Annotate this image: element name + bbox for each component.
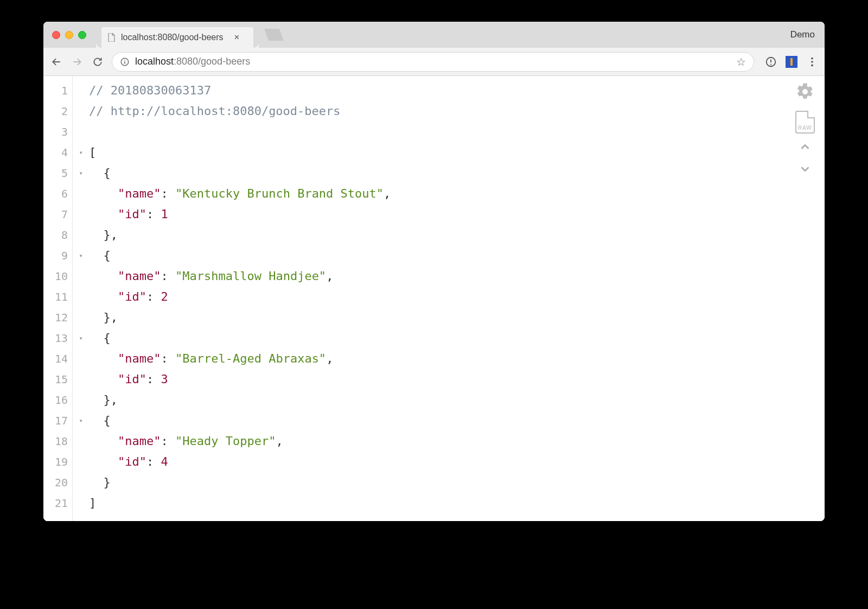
line-number: 9 [43,245,72,266]
fold-spacer [73,348,89,369]
line-number: 18 [43,431,72,452]
close-tab-icon[interactable]: × [234,32,240,43]
code-line: { [89,163,825,183]
fold-toggle-icon[interactable]: ▾ [73,245,89,266]
extension-icon[interactable] [786,56,797,68]
fold-spacer [73,204,89,225]
line-number: 3 [43,122,72,142]
code-line: }, [89,307,825,328]
code-line: "id": 2 [89,287,825,307]
chevron-down-icon[interactable] [799,163,811,177]
raw-label: RAW [798,125,812,131]
line-number: 15 [43,369,72,390]
url-text: localhost:8080/good-beers [135,56,250,67]
fold-spacer [73,390,89,410]
fold-spacer [73,493,89,513]
line-number: 5 [43,163,72,183]
forward-button[interactable] [71,55,84,68]
menu-icon[interactable] [806,56,818,68]
line-number: 20 [43,472,72,493]
code-line: "id": 4 [89,452,825,472]
code-line: "name": "Heady Topper", [89,431,825,452]
close-window-button[interactable] [52,31,60,39]
alert-icon[interactable] [765,56,777,68]
line-number: 16 [43,390,72,410]
fold-spacer [73,101,89,122]
file-icon [108,33,116,42]
line-number: 11 [43,287,72,307]
line-number: 10 [43,266,72,287]
url-path: :8080/good-beers [174,56,250,67]
fold-spacer [73,452,89,472]
fold-gutter: ▾▾▾▾▾ [73,76,89,521]
line-number: 2 [43,101,72,122]
svg-point-5 [770,64,771,65]
raw-toggle-button[interactable]: RAW [795,111,815,134]
line-number: 13 [43,328,72,348]
code-line: "name": "Barrel-Aged Abraxas", [89,348,825,369]
fold-toggle-icon[interactable]: ▾ [73,163,89,183]
code-line: { [89,245,825,266]
code-line: "name": "Kentucky Brunch Brand Stout", [89,183,825,204]
code-content[interactable]: // 20180830063137// http://localhost:808… [89,76,825,521]
code-line: ] [89,493,825,513]
url-host: localhost [135,56,174,67]
fold-spacer [73,287,89,307]
maximize-window-button[interactable] [78,31,86,39]
svg-point-2 [124,59,125,60]
code-line: }, [89,390,825,410]
gear-icon[interactable] [796,83,814,103]
fold-spacer [73,369,89,390]
svg-point-6 [811,57,813,59]
code-line: { [89,328,825,348]
code-line: }, [89,225,825,245]
fold-spacer [73,431,89,452]
code-line [89,122,825,142]
line-number: 6 [43,183,72,204]
line-number: 21 [43,493,72,513]
fold-spacer [73,80,89,101]
code-line: "id": 1 [89,204,825,225]
line-number: 4 [43,142,72,163]
browser-window: localhost:8080/good-beers × Demo localho… [43,22,825,521]
new-tab-button[interactable] [264,29,284,41]
address-bar[interactable]: localhost:8080/good-beers ☆ [112,52,754,72]
minimize-window-button[interactable] [65,31,73,39]
code-line: "name": "Marshmallow Handjee", [89,266,825,287]
profile-label[interactable]: Demo [790,29,815,40]
back-button[interactable] [50,55,63,68]
fold-spacer [73,183,89,204]
browser-tab[interactable]: localhost:8080/good-beers × [101,27,253,48]
fold-toggle-icon[interactable]: ▾ [73,328,89,348]
fold-toggle-icon[interactable]: ▾ [73,142,89,163]
line-number-gutter: 123456789101112131415161718192021 [43,76,73,521]
line-number: 8 [43,225,72,245]
page-viewport: 123456789101112131415161718192021 ▾▾▾▾▾ … [43,76,825,521]
code-line: { [89,410,825,431]
toolbar: localhost:8080/good-beers ☆ [43,48,825,76]
line-number: 7 [43,204,72,225]
code-line: "id": 3 [89,369,825,390]
reload-button[interactable] [91,55,104,68]
line-number: 17 [43,410,72,431]
fold-spacer [73,266,89,287]
site-info-icon[interactable] [120,57,130,67]
toolbar-actions [762,56,818,68]
fold-spacer [73,122,89,142]
tab-title: localhost:8080/good-beers [121,33,224,42]
code-line: // 20180830063137 [89,80,825,101]
fold-spacer [73,472,89,493]
window-controls [43,31,86,39]
line-number: 14 [43,348,72,369]
json-viewer-tools: RAW [795,83,815,177]
line-number: 12 [43,307,72,328]
line-number: 19 [43,452,72,472]
svg-point-7 [811,61,813,63]
fold-toggle-icon[interactable]: ▾ [73,410,89,431]
fold-spacer [73,307,89,328]
bookmark-star-icon[interactable]: ☆ [736,55,746,68]
code-line: } [89,472,825,493]
svg-point-8 [811,64,813,66]
code-line: // http://localhost:8080/good-beers [89,101,825,122]
chevron-up-icon[interactable] [799,141,811,155]
